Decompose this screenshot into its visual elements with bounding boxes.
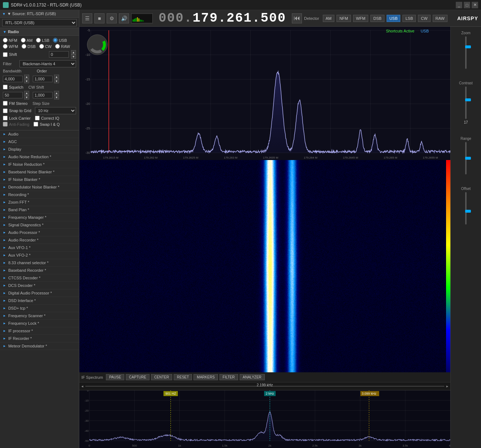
titlebar-controls[interactable]: _ □ ✕ <box>456 2 478 8</box>
plugin-item[interactable]: ►Digital Audio Processor * <box>0 289 79 297</box>
filter-select[interactable]: Blackman-Harris 4 <box>19 60 76 67</box>
stop-button[interactable]: ■ <box>94 13 104 23</box>
source-collapse-arrow[interactable]: ▼ <box>2 12 6 16</box>
sq-down[interactable]: ▼ <box>24 95 29 99</box>
snap-grid-checkbox[interactable]: Snap to Grid <box>3 108 31 113</box>
cwshift-input[interactable] <box>33 92 53 98</box>
squelch-checkbox[interactable]: Squelch <box>3 85 23 89</box>
capture-button[interactable]: CAPTURE <box>126 374 150 380</box>
audio-button[interactable]: 🔊 <box>119 13 129 23</box>
mode-lsb-top[interactable]: LSB <box>402 15 416 22</box>
analyzer-button[interactable]: ANALYZER <box>240 374 265 380</box>
bw-down[interactable]: ▼ <box>24 79 29 83</box>
goto-button[interactable]: ⏮ <box>292 13 302 23</box>
plugin-item[interactable]: ►AGC <box>0 138 79 146</box>
plugin-item[interactable]: ►Recording * <box>0 191 79 199</box>
plugin-item[interactable]: ►CTCSS Decoder * <box>0 274 79 282</box>
step-size-label: Step Size <box>32 101 49 106</box>
plugin-item[interactable]: ►Band Plan * <box>0 206 79 214</box>
mode-cw-top[interactable]: CW <box>418 15 430 22</box>
mode-usb[interactable]: USB <box>53 38 67 43</box>
plugin-item[interactable]: ►DSD Interface * <box>0 297 79 305</box>
order-input[interactable] <box>33 76 53 82</box>
mode-lsb[interactable]: LSB <box>36 38 49 43</box>
plugin-item[interactable]: ►IF Noise Blanker * <box>0 176 79 183</box>
mode-raw[interactable]: RAW <box>55 44 70 49</box>
swap-iq-checkbox[interactable]: Swap I & Q <box>34 122 60 127</box>
order-down[interactable]: ▼ <box>54 79 59 83</box>
plugin-item[interactable]: ►Audio <box>0 130 79 138</box>
order-up[interactable]: ▲ <box>54 75 59 79</box>
cws-down[interactable]: ▼ <box>54 95 59 99</box>
mode-usb-top[interactable]: USB <box>387 15 401 22</box>
spectrum-display[interactable]: Shortcuts Active USB <box>79 27 450 160</box>
filter-button[interactable]: FILTER <box>219 374 238 380</box>
menu-button[interactable]: ☰ <box>82 13 92 23</box>
shift-down[interactable]: ▼ <box>71 54 76 59</box>
plugin-item[interactable]: ►Meteor Demodulator * <box>0 342 79 350</box>
plugin-item[interactable]: ►Display <box>0 146 79 153</box>
mode-cw[interactable]: CW <box>39 44 52 49</box>
mode-nfm-top[interactable]: NFM <box>337 15 351 22</box>
mode-raw-top[interactable]: RAW <box>433 15 447 22</box>
source-select[interactable]: RTL-SDR (USB) <box>2 19 77 26</box>
plugin-expand-arrow: ► <box>3 291 6 295</box>
bandwidth-input[interactable] <box>3 76 23 82</box>
cws-up[interactable]: ▲ <box>54 91 59 95</box>
plugin-item[interactable]: ►Audio Processor * <box>0 229 79 236</box>
shift-input[interactable] <box>49 51 69 58</box>
lock-carrier-checkbox[interactable]: Lock Carrier <box>3 116 31 120</box>
pause-button[interactable]: PAUSE <box>106 374 124 380</box>
bw-up[interactable]: ▲ <box>24 75 29 79</box>
squelch-input[interactable] <box>3 92 23 98</box>
markers-button[interactable]: MARKERS <box>193 374 218 380</box>
mode-wfm[interactable]: WFM <box>3 44 18 49</box>
plugin-item[interactable]: ►Frequency Lock * <box>0 320 79 327</box>
close-button[interactable]: ✕ <box>472 2 478 8</box>
plugin-item[interactable]: ►IF processor * <box>0 327 79 335</box>
plugin-item[interactable]: ►Aux VFO-1 * <box>0 244 79 252</box>
shift-checkbox[interactable]: Shift <box>3 52 17 57</box>
plugin-item[interactable]: ►Zoom FFT * <box>0 199 79 206</box>
plugin-item[interactable]: ►8.33 channel selector * <box>0 259 79 267</box>
plugin-item[interactable]: ►Aux VFO-2 * <box>0 252 79 259</box>
plugin-item[interactable]: ►Demodulator Noise Blanker * <box>0 183 79 191</box>
zoom-slider[interactable] <box>462 36 470 69</box>
reset-button[interactable]: RESET <box>174 374 192 380</box>
plugin-item[interactable]: ►Frequency Manager * <box>0 214 79 221</box>
frequency-display[interactable]: 000.179.261.500 <box>159 11 286 26</box>
mode-am[interactable]: AM <box>21 38 33 43</box>
mode-nfm[interactable]: NFM <box>3 38 17 43</box>
sq-up[interactable]: ▲ <box>24 91 29 95</box>
plugin-item[interactable]: ►Signal Diagnostics * <box>0 221 79 229</box>
correct-iq-checkbox[interactable]: Correct IQ <box>35 116 59 120</box>
shift-up[interactable]: ▲ <box>71 50 76 54</box>
mode-dsb[interactable]: DSB <box>22 44 36 49</box>
plugin-item[interactable]: ►Audio Noise Reduction * <box>0 153 79 161</box>
maximize-button[interactable]: □ <box>464 2 470 8</box>
plugin-item[interactable]: ►Audio Recorder * <box>0 236 79 244</box>
plugin-item[interactable]: ►IF Recorder * <box>0 335 79 342</box>
waterfall-display[interactable] <box>79 160 450 372</box>
contrast-slider[interactable] <box>462 87 470 119</box>
plugin-item[interactable]: ►Baseband Recorder * <box>0 267 79 274</box>
mode-am-top[interactable]: AM <box>323 15 335 22</box>
plugin-expand-arrow: ► <box>3 216 6 219</box>
mode-wfm-top[interactable]: WFM <box>353 15 368 22</box>
plugin-item[interactable]: ►DCS Decoder * <box>0 282 79 289</box>
settings-button[interactable]: ⚙ <box>107 13 117 23</box>
fm-stereo-checkbox[interactable]: FM Stereo <box>3 101 27 106</box>
mode-dsb-top[interactable]: DSB <box>370 15 384 22</box>
plugin-item[interactable]: ►DSD+ tcp * <box>0 305 79 312</box>
main-layout: ▼ ▼ Source: RTL-SDR (USB) RTL-SDR (USB) … <box>0 10 481 448</box>
center-button[interactable]: CENTER <box>151 374 172 380</box>
range-slider[interactable] <box>462 142 470 174</box>
offset-slider[interactable] <box>462 192 470 225</box>
radio-section-header[interactable]: ▼ Radio <box>0 28 79 36</box>
plugin-item[interactable]: ►IF Noise Reduction * <box>0 161 79 168</box>
step-size-select[interactable]: 10 Hz <box>35 107 76 114</box>
anti-fading-checkbox[interactable]: Anti-Fading <box>3 122 29 127</box>
plugin-item[interactable]: ►Frequency Scanner * <box>0 312 79 320</box>
plugin-item[interactable]: ►Baseband Noise Blanker * <box>0 168 79 176</box>
minimize-button[interactable]: _ <box>456 2 462 8</box>
